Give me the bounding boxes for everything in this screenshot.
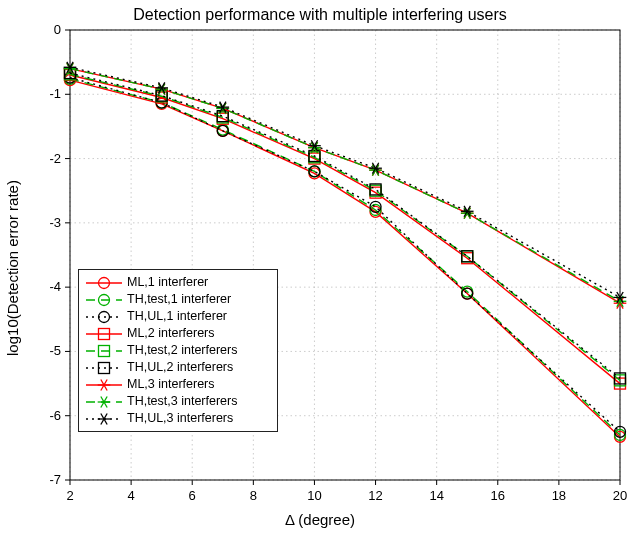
- legend-label: TH,UL,1 interferer: [127, 308, 227, 325]
- y-tick-label: -1: [49, 86, 61, 101]
- x-tick-label: 12: [368, 488, 382, 503]
- legend-item: TH,UL,1 interferer: [85, 308, 271, 325]
- svg-line-223: [104, 379, 107, 384]
- svg-line-226: [104, 402, 107, 407]
- y-tick-label: -6: [49, 408, 61, 423]
- svg-line-220: [101, 385, 104, 390]
- svg-line-234: [101, 419, 104, 424]
- x-tick-label: 4: [127, 488, 134, 503]
- legend-label: ML,2 interferers: [127, 325, 215, 342]
- y-tick-label: -7: [49, 472, 61, 487]
- x-tick-label: 2: [66, 488, 73, 503]
- x-tick-label: 16: [491, 488, 505, 503]
- chart-plot: 2468101214161820-7-6-5-4-3-2-10: [0, 0, 640, 536]
- legend-label: TH,test,3 interferers: [127, 393, 237, 410]
- x-tick-label: 6: [189, 488, 196, 503]
- legend-swatch: [85, 344, 123, 358]
- y-tick-label: 0: [54, 22, 61, 37]
- y-tick-label: -4: [49, 279, 61, 294]
- svg-line-230: [104, 396, 107, 401]
- legend-label: ML,1 interferer: [127, 274, 208, 291]
- svg-line-222: [101, 379, 104, 384]
- legend-item: TH,UL,2 interferers: [85, 359, 271, 376]
- legend-swatch: [85, 310, 123, 324]
- legend-swatch: [85, 378, 123, 392]
- chart-container: Detection performance with multiple inte…: [0, 0, 640, 536]
- legend-label: TH,test,1 interferer: [127, 291, 231, 308]
- series-line: [70, 69, 620, 302]
- svg-line-233: [104, 419, 107, 424]
- legend-swatch: [85, 327, 123, 341]
- legend-label: TH,UL,2 interferers: [127, 359, 233, 376]
- legend-label: TH,UL,3 interferers: [127, 410, 233, 427]
- y-tick-label: -5: [49, 343, 61, 358]
- legend-swatch: [85, 276, 123, 290]
- x-tick-label: 20: [613, 488, 627, 503]
- legend-swatch: [85, 361, 123, 375]
- x-tick-label: 14: [429, 488, 443, 503]
- svg-line-236: [101, 413, 104, 418]
- legend-item: ML,3 interferers: [85, 376, 271, 393]
- legend-item: TH,test,3 interferers: [85, 393, 271, 410]
- legend-item: TH,test,2 interferers: [85, 342, 271, 359]
- svg-line-229: [101, 396, 104, 401]
- y-tick-label: -3: [49, 215, 61, 230]
- legend-item: ML,1 interferer: [85, 274, 271, 291]
- legend-item: TH,test,1 interferer: [85, 291, 271, 308]
- legend-item: TH,UL,3 interferers: [85, 410, 271, 427]
- series-line: [70, 69, 620, 304]
- legend-label: ML,3 interferers: [127, 376, 215, 393]
- x-tick-label: 8: [250, 488, 257, 503]
- svg-line-219: [104, 385, 107, 390]
- x-tick-label: 10: [307, 488, 321, 503]
- legend-item: ML,2 interferers: [85, 325, 271, 342]
- svg-line-237: [104, 413, 107, 418]
- legend-swatch: [85, 395, 123, 409]
- legend-swatch: [85, 293, 123, 307]
- svg-line-227: [101, 402, 104, 407]
- x-tick-label: 18: [552, 488, 566, 503]
- y-tick-label: -2: [49, 151, 61, 166]
- legend: ML,1 interfererTH,test,1 interfererTH,UL…: [78, 269, 278, 432]
- legend-label: TH,test,2 interferers: [127, 342, 237, 359]
- legend-swatch: [85, 412, 123, 426]
